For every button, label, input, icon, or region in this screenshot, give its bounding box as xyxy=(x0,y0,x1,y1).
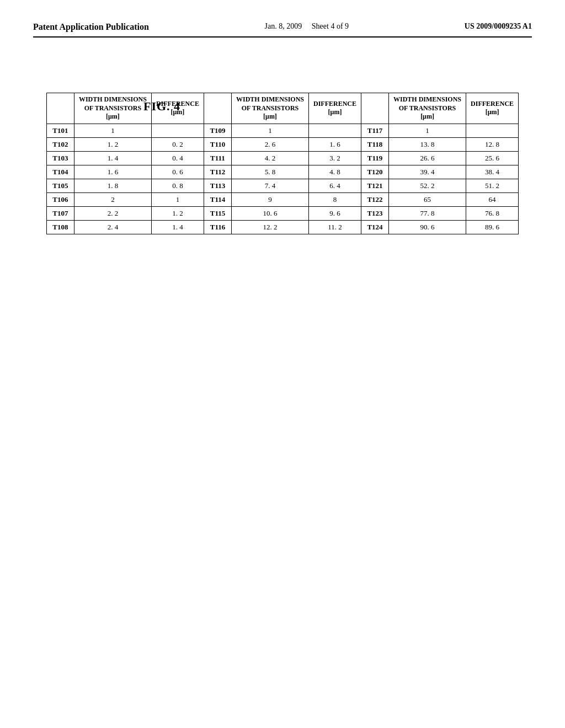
transistor-id: T101 xyxy=(46,124,74,137)
transistor-id: T113 xyxy=(204,179,231,192)
difference-value: 1. 6 xyxy=(309,137,361,151)
difference-value: 12. 8 xyxy=(466,137,519,151)
width-dimension: 26. 6 xyxy=(389,151,466,165)
difference-value: 64 xyxy=(466,192,519,206)
table-row: T1072. 21. 2T11510. 69. 6T12377. 876. 8 xyxy=(46,206,518,220)
difference-value: 4. 8 xyxy=(309,165,361,179)
transistor-id: T104 xyxy=(46,165,74,179)
transistor-id: T117 xyxy=(361,124,389,137)
transistor-id: T121 xyxy=(361,179,389,192)
difference-value xyxy=(466,124,519,137)
transistor-id: T114 xyxy=(204,192,231,206)
transistor-id: T108 xyxy=(46,220,74,234)
width-dimension: 1. 8 xyxy=(74,179,151,192)
transistor-id: T106 xyxy=(46,192,74,206)
difference-value: 3. 2 xyxy=(309,151,361,165)
width-dimension: 7. 4 xyxy=(231,179,308,192)
width-dimension: 5. 8 xyxy=(231,165,308,179)
transistor-id: T112 xyxy=(204,165,231,179)
transistor-id: T115 xyxy=(204,206,231,220)
difference-value: 76. 8 xyxy=(466,206,519,220)
width-dimension: 1 xyxy=(231,124,308,137)
transistor-id: T119 xyxy=(361,151,389,165)
difference-value: 0. 2 xyxy=(151,137,204,151)
difference-value: 0. 8 xyxy=(151,179,204,192)
difference-value: 38. 4 xyxy=(466,165,519,179)
table-row: T1021. 20. 2T1102. 61. 6T11813. 812. 8 xyxy=(46,137,518,151)
width-dimension: 65 xyxy=(389,192,466,206)
transistor-id: T107 xyxy=(46,206,74,220)
table-row: T10621T11498T1226564 xyxy=(46,192,518,206)
publication-label: Patent Application Publication xyxy=(33,22,149,32)
width-dimension: 4. 2 xyxy=(231,151,308,165)
width-dimension: 39. 4 xyxy=(389,165,466,179)
transistor-id: T103 xyxy=(46,151,74,165)
data-table: WIDTH DIMENSIONSOF TRANSISTORS[μm] DIFFE… xyxy=(46,93,519,234)
table-row: T1031. 40. 4T1114. 23. 2T11926. 625. 6 xyxy=(46,151,518,165)
difference-value: 51. 2 xyxy=(466,179,519,192)
difference-value: 0. 6 xyxy=(151,165,204,179)
difference-value: 9. 6 xyxy=(309,206,361,220)
difference-value: 1. 2 xyxy=(151,206,204,220)
width-dimension: 2 xyxy=(74,192,151,206)
difference-value: 1 xyxy=(151,192,204,206)
table-row: T1011T1091T1171 xyxy=(46,124,518,137)
difference-value: 6. 4 xyxy=(309,179,361,192)
width-dimension: 2. 2 xyxy=(74,206,151,220)
transistor-id: T105 xyxy=(46,179,74,192)
width-dimension: 1. 4 xyxy=(74,151,151,165)
difference-value: 8 xyxy=(309,192,361,206)
width-dimension: 2. 6 xyxy=(231,137,308,151)
transistor-id: T111 xyxy=(204,151,231,165)
table-row: T1082. 41. 4T11612. 211. 2T12490. 689. 6 xyxy=(46,220,518,234)
sheet-info: Sheet 4 of 9 xyxy=(312,22,349,30)
patent-number: US 2009/0009235 A1 xyxy=(465,22,532,31)
width-dimension: 2. 4 xyxy=(74,220,151,234)
transistor-id: T110 xyxy=(204,137,231,151)
width-dimension: 77. 8 xyxy=(389,206,466,220)
page-header: Patent Application Publication Jan. 8, 2… xyxy=(33,22,532,38)
publication-date: Jan. 8, 2009 xyxy=(265,22,302,30)
width-dimension: 9 xyxy=(231,192,308,206)
transistor-id: T116 xyxy=(204,220,231,234)
width-dimension: 13. 8 xyxy=(389,137,466,151)
difference-value: 0. 4 xyxy=(151,151,204,165)
difference-value: 89. 6 xyxy=(466,220,519,234)
difference-value xyxy=(309,124,361,137)
width-dimension: 1 xyxy=(389,124,466,137)
transistor-id: T118 xyxy=(361,137,389,151)
table-row: T1051. 80. 8T1137. 46. 4T12152. 251. 2 xyxy=(46,179,518,192)
figure-label: FIG. 4 xyxy=(143,99,180,114)
width-dimension: 90. 6 xyxy=(389,220,466,234)
table-container: WIDTH DIMENSIONSOF TRANSISTORS[μm] DIFFE… xyxy=(33,93,532,234)
width-dimension: 1 xyxy=(74,124,151,137)
width-dimension: 1. 6 xyxy=(74,165,151,179)
width-dimension: 1. 2 xyxy=(74,137,151,151)
page: Patent Application Publication Jan. 8, 2… xyxy=(0,0,565,728)
transistor-id: T122 xyxy=(361,192,389,206)
difference-value: 1. 4 xyxy=(151,220,204,234)
table-row: T1041. 60. 6T1125. 84. 8T12039. 438. 4 xyxy=(46,165,518,179)
transistor-id: T124 xyxy=(361,220,389,234)
difference-value: 25. 6 xyxy=(466,151,519,165)
width-dimension: 10. 6 xyxy=(231,206,308,220)
difference-value xyxy=(151,124,204,137)
width-dimension: 12. 2 xyxy=(231,220,308,234)
header-center: Jan. 8, 2009 Sheet 4 of 9 xyxy=(265,22,349,31)
transistor-id: T109 xyxy=(204,124,231,137)
difference-value: 11. 2 xyxy=(309,220,361,234)
width-dimension: 52. 2 xyxy=(389,179,466,192)
transistor-id: T123 xyxy=(361,206,389,220)
transistor-id: T102 xyxy=(46,137,74,151)
transistor-id: T120 xyxy=(361,165,389,179)
